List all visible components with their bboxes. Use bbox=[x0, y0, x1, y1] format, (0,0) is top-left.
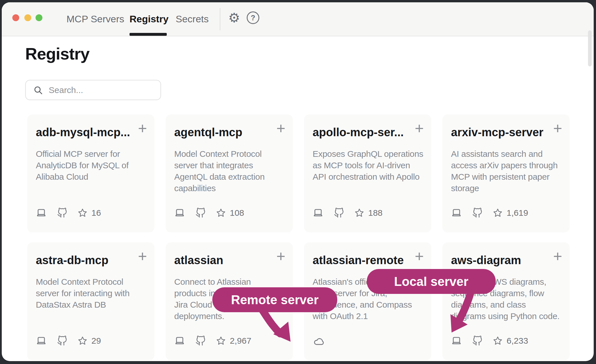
server-name: aws-diagram bbox=[451, 254, 546, 267]
github-stars: 2,967 bbox=[216, 336, 251, 346]
cloud-icon bbox=[313, 335, 325, 347]
star-icon bbox=[493, 336, 503, 346]
github-icon bbox=[57, 336, 67, 346]
page-title: Registry bbox=[25, 44, 89, 63]
star-icon bbox=[216, 208, 226, 218]
help-icon[interactable]: ? bbox=[246, 11, 260, 25]
github-icon bbox=[195, 208, 206, 218]
github-stars: 6,233 bbox=[493, 336, 528, 346]
server-name: atlassian-remote bbox=[313, 254, 407, 267]
scrollbar-thumb[interactable] bbox=[588, 30, 592, 66]
server-name: agentql-mcp bbox=[174, 126, 269, 139]
server-card-footer: 1,619 bbox=[451, 207, 528, 218]
app-window: MCP Servers Registry Secrets ⚙ ? Registr… bbox=[2, 2, 594, 361]
server-card-apollo-mcp-server[interactable]: apollo-mcp-ser... + Exposes GraphQL oper… bbox=[304, 114, 431, 232]
server-description: Official MCP server forAnalyticDB for My… bbox=[36, 148, 152, 183]
server-card-aws-diagram[interactable]: aws-diagram + Generate AWS diagrams,sequ… bbox=[442, 242, 570, 360]
server-name: atlassian bbox=[174, 254, 269, 267]
add-server-button[interactable]: + bbox=[276, 248, 285, 265]
star-count: 188 bbox=[368, 208, 383, 218]
star-count: 16 bbox=[91, 208, 101, 218]
star-count: 2,967 bbox=[230, 336, 251, 346]
header-divider bbox=[220, 8, 220, 30]
add-server-button[interactable]: + bbox=[553, 120, 562, 137]
tab-mcp-servers[interactable]: MCP Servers bbox=[66, 2, 124, 36]
github-stars: 29 bbox=[78, 336, 101, 346]
server-name: apollo-mcp-ser... bbox=[313, 126, 407, 139]
star-count: 29 bbox=[91, 336, 101, 346]
add-server-button[interactable]: + bbox=[415, 120, 424, 137]
github-icon bbox=[334, 208, 344, 218]
remote-server-callout: Remote server bbox=[212, 287, 337, 312]
star-icon bbox=[78, 336, 87, 346]
tab-secrets[interactable]: Secrets bbox=[176, 2, 209, 36]
github-icon bbox=[57, 208, 67, 218]
server-name: adb-mysql-mcp... bbox=[36, 126, 130, 139]
search-icon bbox=[33, 85, 43, 95]
add-server-button[interactable]: + bbox=[138, 120, 147, 137]
star-count: 108 bbox=[230, 208, 244, 218]
server-description: Model Context Protocolserver that integr… bbox=[174, 148, 290, 194]
server-card-adb-mysql-mcp[interactable]: adb-mysql-mcp... + Official MCP server f… bbox=[27, 114, 154, 232]
search-input[interactable] bbox=[48, 85, 152, 95]
laptop-icon bbox=[451, 335, 462, 346]
star-icon bbox=[493, 208, 503, 218]
server-name: arxiv-mcp-server bbox=[451, 126, 546, 139]
add-server-button[interactable]: + bbox=[138, 248, 147, 265]
star-count: 1,619 bbox=[507, 208, 528, 218]
server-card-footer bbox=[313, 335, 325, 347]
server-card-astra-db-mcp[interactable]: astra-db-mcp + Model Context Protocolser… bbox=[27, 242, 154, 360]
server-card-footer: 16 bbox=[36, 207, 101, 218]
github-stars: 108 bbox=[216, 208, 244, 218]
github-stars: 188 bbox=[354, 208, 383, 218]
server-card-footer: 6,233 bbox=[451, 335, 528, 346]
settings-gear-icon[interactable]: ⚙ bbox=[227, 11, 241, 25]
star-icon bbox=[354, 208, 364, 218]
minimize-window-button[interactable] bbox=[24, 14, 31, 21]
star-icon bbox=[78, 208, 87, 218]
server-card-agentql-mcp[interactable]: agentql-mcp + Model Context Protocolserv… bbox=[166, 114, 293, 232]
github-stars: 16 bbox=[78, 208, 101, 218]
local-server-callout-label: Local server bbox=[394, 274, 468, 289]
add-server-button[interactable]: + bbox=[553, 248, 562, 265]
laptop-icon bbox=[174, 207, 185, 218]
github-icon bbox=[195, 336, 206, 346]
server-card-footer: 188 bbox=[313, 207, 383, 218]
tab-registry[interactable]: Registry bbox=[130, 2, 168, 36]
server-description: AI assistants search andaccess arXiv pap… bbox=[451, 148, 567, 194]
add-server-button[interactable]: + bbox=[276, 120, 285, 137]
github-icon bbox=[472, 336, 483, 346]
server-description: Model Context Protocolserver for interac… bbox=[36, 276, 152, 310]
remote-server-callout-label: Remote server bbox=[231, 293, 319, 307]
zoom-window-button[interactable] bbox=[36, 14, 42, 21]
laptop-icon bbox=[313, 207, 324, 218]
active-tab-indicator bbox=[130, 33, 167, 36]
header-toolbar: MCP Servers Registry Secrets ⚙ ? bbox=[2, 2, 594, 36]
server-description: Exposes GraphQL operationsas MCP tools f… bbox=[313, 148, 428, 183]
laptop-icon bbox=[451, 207, 462, 218]
laptop-icon bbox=[36, 207, 47, 218]
server-card-footer: 108 bbox=[174, 207, 244, 218]
star-icon bbox=[216, 336, 226, 346]
laptop-icon bbox=[36, 335, 47, 346]
close-window-button[interactable] bbox=[12, 14, 19, 21]
star-count: 6,233 bbox=[507, 336, 528, 346]
server-card-footer: 29 bbox=[36, 335, 101, 346]
search-box[interactable] bbox=[25, 80, 161, 100]
server-name: astra-db-mcp bbox=[36, 254, 130, 267]
github-icon bbox=[472, 208, 483, 218]
local-server-callout: Local server bbox=[367, 269, 496, 294]
server-card-arxiv-mcp-server[interactable]: arxiv-mcp-server + AI assistants search … bbox=[442, 114, 570, 232]
github-stars: 1,619 bbox=[493, 208, 528, 218]
server-card-footer: 2,967 bbox=[174, 335, 251, 346]
laptop-icon bbox=[174, 335, 185, 346]
add-server-button[interactable]: + bbox=[415, 248, 424, 265]
